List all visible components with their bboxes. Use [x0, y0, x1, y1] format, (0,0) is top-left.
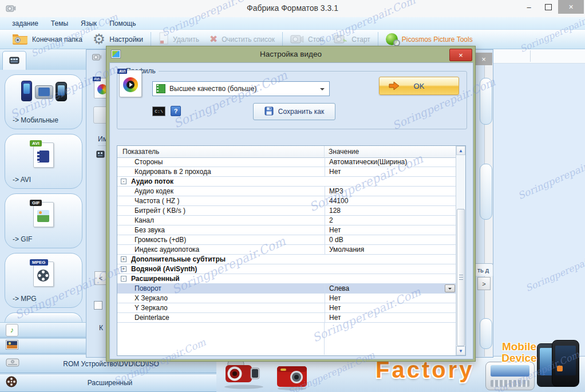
- command-line-icon[interactable]: C:\: [152, 106, 165, 116]
- gif-badge: GIF: [30, 200, 42, 206]
- background-button-fragment: [480, 78, 492, 125]
- avi-profile-icon: AVI: [119, 70, 142, 97]
- table-group-row[interactable]: + Водяной (AviSynth): [117, 264, 456, 274]
- menu-item-task[interactable]: задание: [6, 18, 45, 29]
- floppy-disk-icon: [264, 106, 274, 117]
- row-name: Громкость (+dB): [117, 236, 325, 244]
- category-label: -> MPG: [13, 295, 37, 303]
- sidebar-item-mpg[interactable]: MPEG -> MPG: [5, 253, 82, 308]
- maximize-icon: [545, 4, 552, 10]
- profile-dropdown-value: Высшее качество (больше): [169, 85, 256, 93]
- window-title: Фабрика Форматов 3.3.1: [0, 3, 585, 13]
- profile-dropdown[interactable]: Высшее качество (больше): [152, 81, 330, 96]
- table-row[interactable]: Без звука Нет: [117, 225, 456, 235]
- menu-item-themes[interactable]: Темы: [45, 18, 74, 29]
- advanced-section-label: Расширенный: [17, 379, 216, 387]
- file-list-header: [493, 49, 585, 64]
- column-header-value[interactable]: Значение: [325, 146, 465, 157]
- close-button[interactable]: ×: [558, 0, 584, 14]
- app: Фабрика Форматов 3.3.1 – × задание Темы …: [0, 0, 585, 392]
- row-value: Нет: [325, 167, 456, 176]
- table-row-selected[interactable]: Поворот Слева: [117, 284, 456, 294]
- table-group-row[interactable]: - Аудио поток: [117, 177, 456, 187]
- save-as-label: Сохранить как: [278, 108, 324, 116]
- background-close-button: ×: [475, 53, 492, 65]
- sidebar-section-audio[interactable]: ♪: [0, 322, 86, 338]
- group-name: Водяной (AviSynth): [117, 265, 456, 273]
- scroll-up-button[interactable]: ▲: [456, 146, 465, 155]
- value-dropdown-button[interactable]: [445, 284, 455, 292]
- row-value: Слева: [325, 284, 456, 293]
- menu-item-language[interactable]: Язык: [74, 18, 103, 29]
- table-row[interactable]: Кодировать в 2 прохода Нет: [117, 167, 456, 177]
- toolbar-separator: [151, 32, 151, 47]
- row-name: Битрейт ( KB/s ): [117, 207, 325, 215]
- stop-label: Стоп: [308, 35, 323, 43]
- table-row[interactable]: Частота ( HZ ) 44100: [117, 196, 456, 206]
- ok-label: OK: [414, 82, 425, 90]
- row-value: 128: [325, 206, 456, 215]
- final-folder-button[interactable]: Конечная папка: [7, 31, 88, 48]
- save-as-button[interactable]: Сохранить как: [253, 103, 335, 120]
- sidebar-section-picture[interactable]: [0, 338, 86, 354]
- start-camera-icon: [334, 33, 347, 45]
- table-group-row[interactable]: + Дополнительные субтитры: [117, 255, 456, 264]
- window-titlebar: Фабрика Форматов 3.3.1 – ×: [0, 0, 585, 18]
- table-row[interactable]: Аудио кодек MP3: [117, 187, 456, 196]
- settings-table: Показатель Значение Стороны Автоматическ…: [117, 145, 466, 356]
- row-name: Deinterlace: [117, 314, 325, 322]
- sidebar-item-mobile[interactable]: -> Мобильные: [5, 74, 82, 129]
- table-row[interactable]: Y Зеркало Нет: [117, 303, 456, 313]
- table-row[interactable]: Стороны Автоматически(Ширина): [117, 157, 456, 167]
- help-icon[interactable]: ?: [171, 106, 181, 116]
- table-row[interactable]: Канал 2: [117, 216, 456, 225]
- collapse-toggle-icon[interactable]: -: [121, 276, 127, 282]
- background-scroll-left-button: <: [94, 271, 107, 285]
- row-name: Канал: [117, 216, 325, 224]
- clear-list-x-icon: ✖: [210, 33, 218, 45]
- collapse-toggle-icon[interactable]: -: [121, 179, 127, 184]
- scrollbar-thumb[interactable]: [457, 209, 465, 346]
- camcorder-icon: [222, 358, 266, 391]
- table-row[interactable]: Громкость (+dB) 0 dB: [117, 235, 456, 245]
- maximize-button[interactable]: [539, 0, 558, 14]
- film-reel-icon: [6, 376, 17, 390]
- picosmos-button[interactable]: Picosmos Picture Tools: [381, 31, 478, 48]
- table-row[interactable]: X Зеркало Нет: [117, 294, 456, 303]
- table-row[interactable]: Deinterlace Нет: [117, 313, 456, 323]
- delete-button: Удалить: [153, 31, 204, 48]
- minimize-button[interactable]: –: [519, 0, 539, 14]
- dialog-close-button[interactable]: ×: [449, 49, 472, 61]
- tab-video[interactable]: [2, 51, 26, 70]
- sidebar-section-advanced[interactable]: Расширенный: [0, 374, 216, 392]
- mpeg-badge: MPEG: [30, 259, 48, 266]
- table-group-row[interactable]: - Расширенный: [117, 274, 456, 284]
- toolbar-separator: [378, 32, 378, 47]
- sidebar-item-avi[interactable]: AVI -> AVI: [5, 134, 82, 189]
- background-file-icon: [96, 150, 105, 160]
- table-row[interactable]: Битрейт ( KB/s ) 128: [117, 206, 456, 216]
- settings-button[interactable]: ⚙ Настройки: [88, 31, 148, 48]
- row-value: 2: [325, 216, 456, 225]
- table-scrollbar[interactable]: ▲ ▼: [456, 146, 465, 355]
- background-quality-label-fragment: К: [99, 324, 103, 332]
- dialog-titlebar: Настройка видео ×: [106, 46, 475, 62]
- sidebar-tabstrip: [0, 49, 86, 70]
- scroll-down-button[interactable]: ▼: [456, 346, 465, 355]
- table-row[interactable]: Индекс аудиопотока Умолчания: [117, 245, 456, 255]
- ok-button[interactable]: OK: [379, 77, 459, 95]
- column-header-parameter[interactable]: Показатель: [117, 146, 325, 157]
- expand-toggle-icon[interactable]: +: [121, 256, 127, 262]
- sidebar-item-gif[interactable]: GIF -> GIF: [5, 193, 82, 248]
- dialog-title: Настройка видео: [106, 50, 475, 58]
- row-name: Y Зеркало: [117, 304, 325, 312]
- dialog-content: Профиль AVI Высшее качество (больше) OK …: [109, 62, 473, 359]
- menu-item-help[interactable]: Помощь: [103, 18, 142, 29]
- category-label: -> GIF: [13, 235, 32, 243]
- expand-toggle-icon[interactable]: +: [121, 266, 127, 272]
- row-name: Аудио кодек: [117, 187, 325, 195]
- row-value: Автоматически(Ширина): [325, 157, 456, 167]
- film-strip-icon: [156, 84, 165, 93]
- music-note-icon: ♪: [6, 324, 18, 336]
- globe-magnifier-icon: [386, 33, 398, 45]
